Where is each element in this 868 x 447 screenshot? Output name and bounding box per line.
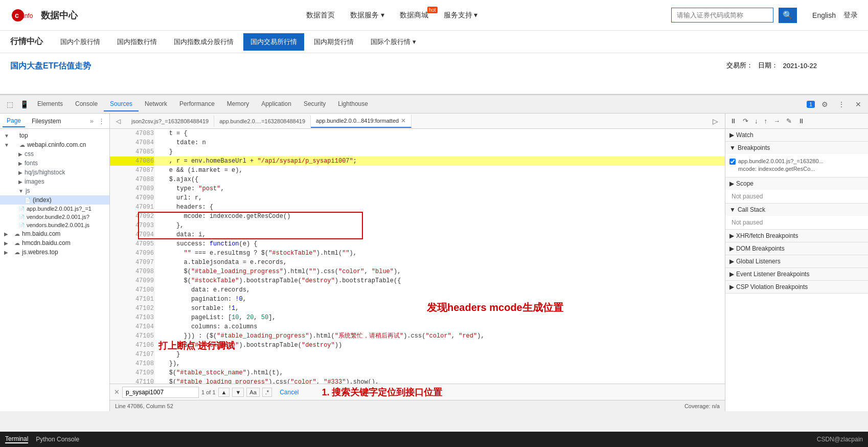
tab-console[interactable]: Console bbox=[69, 97, 104, 111]
tree-item-fonts[interactable]: ▶ fonts bbox=[0, 159, 109, 168]
nav-data-service[interactable]: 数据服务 ▾ bbox=[350, 11, 384, 20]
file-tree-options-btn[interactable]: ⋮ bbox=[96, 117, 107, 125]
breakpoint-checkbox[interactable] bbox=[729, 159, 736, 165]
tree-item-vendor-bundle[interactable]: 📄 vendor.bundle2.0.001.js? bbox=[0, 213, 109, 221]
tree-item-app-bundle[interactable]: 📄 app.bundle2.0.001.js?_=1 bbox=[0, 205, 109, 213]
search-button[interactable]: 🔍 bbox=[779, 8, 797, 23]
tree-item-js[interactable]: ▼ js bbox=[0, 186, 109, 195]
search-cancel-btn[interactable]: Cancel bbox=[280, 389, 299, 396]
tab-performance[interactable]: Performance bbox=[173, 97, 221, 111]
nav-service-support[interactable]: 服务支持 ▾ bbox=[444, 11, 478, 20]
tree-item-css[interactable]: ▶ css bbox=[0, 149, 109, 159]
tab-application[interactable]: Application bbox=[255, 97, 298, 111]
search-next-btn[interactable]: ▼ bbox=[232, 388, 244, 397]
page-controls: 交易所： 日期： 2021-10-22 bbox=[726, 61, 817, 70]
watch-header[interactable]: ▶ Watch bbox=[725, 129, 868, 141]
sub-nav-domestic-index[interactable]: 国内指数行情 bbox=[110, 33, 164, 51]
site-header: c info 数据中心 数据首页 数据服务 ▾ 数据商城 hot 服务支持 ▾ … bbox=[0, 0, 868, 31]
editor-tabs: ◁ json2csv.js?_=1632808488419 app.bundle… bbox=[110, 114, 725, 129]
chevron-down-icon: ▼ bbox=[4, 142, 9, 148]
tree-item-images[interactable]: ▶ images bbox=[0, 177, 109, 186]
editor-search-input[interactable] bbox=[122, 387, 199, 398]
file-tree-tab-page[interactable]: Page bbox=[3, 115, 25, 127]
close-devtools-btn[interactable]: ✕ bbox=[851, 97, 865, 111]
dom-breakpoints-section: ▶ DOM Breakpoints bbox=[725, 242, 868, 255]
more-btn[interactable]: ⋮ bbox=[834, 97, 849, 111]
file-tree-tab-filesystem[interactable]: Filesystem bbox=[28, 116, 65, 127]
login-button[interactable]: 登录 bbox=[843, 11, 858, 20]
tree-item-hmcdn-baidu[interactable]: ▶ ☁ hmcdn.baidu.com bbox=[0, 238, 109, 248]
sub-nav-exchange[interactable]: 国内交易所行情 bbox=[243, 33, 304, 51]
tree-item-js-webres[interactable]: ▶ ☁ js.webres.top bbox=[0, 248, 109, 257]
language-selector[interactable]: English bbox=[812, 11, 836, 19]
xhr-header[interactable]: ▶ XHR/fetch Breakpoints bbox=[725, 230, 868, 242]
editor-tab-json2csv[interactable]: json2csv.js?_=1632808488419 bbox=[126, 116, 214, 127]
sub-nav-intl-stock[interactable]: 国际个股行情 ▾ bbox=[363, 33, 423, 51]
nav-data-mall[interactable]: 数据商城 hot bbox=[400, 11, 428, 20]
dom-breakpoints-header[interactable]: ▶ DOM Breakpoints bbox=[725, 242, 868, 255]
nav-data-home[interactable]: 数据首页 bbox=[306, 11, 335, 20]
pause-btn[interactable]: ⏸ bbox=[727, 116, 739, 126]
tree-item-hq-js[interactable]: ▶ hq/js/highstock bbox=[0, 168, 109, 177]
step-out-btn[interactable]: ↑ bbox=[762, 116, 770, 126]
logo-area: c info 数据中心 bbox=[10, 5, 112, 26]
breakpoints-section: ▼ Breakpoints app.bundle2.0.001.js?_=163… bbox=[725, 142, 868, 177]
sub-nav-index-component[interactable]: 国内指数成分股行情 bbox=[167, 33, 241, 51]
table-row: 47088 $.ajax({ bbox=[110, 175, 725, 184]
search-input[interactable] bbox=[671, 8, 773, 23]
inspect-element-btn[interactable]: ⬚ bbox=[3, 97, 17, 111]
cloud-icon: ☁ bbox=[14, 249, 20, 256]
code-area[interactable]: 47083 t = { 47084 tdate: n 47085 } bbox=[110, 129, 725, 384]
editor-tab-formatted[interactable]: app.bundle2.0.0...8419:formatted ✕ bbox=[311, 115, 412, 128]
editor-expand-btn[interactable]: ▷ bbox=[708, 114, 722, 128]
table-row: 47092 mcode: indexcode.getResCode() bbox=[110, 212, 725, 221]
close-tab-btn[interactable]: ✕ bbox=[401, 117, 406, 124]
sub-nav-futures[interactable]: 国内期货行情 bbox=[307, 33, 361, 51]
tab-memory[interactable]: Memory bbox=[221, 97, 255, 111]
scope-header[interactable]: ▶ Scope bbox=[725, 177, 868, 190]
search-prev-btn[interactable]: ▲ bbox=[218, 388, 230, 397]
csp-violation-header[interactable]: ▶ CSP Violation Breakpoints bbox=[725, 281, 868, 293]
list-item: app.bundle2.0.001.js?_=163280... mcode: … bbox=[729, 156, 864, 175]
taskbar-terminal[interactable]: Terminal bbox=[5, 435, 28, 443]
table-row: 47093 }, bbox=[110, 221, 725, 230]
console-badge: 1 bbox=[807, 101, 815, 108]
tab-network[interactable]: Network bbox=[139, 97, 173, 111]
tree-item-top[interactable]: ▼ top bbox=[0, 131, 109, 140]
global-listeners-header[interactable]: ▶ Global Listeners bbox=[725, 255, 868, 267]
settings-btn[interactable]: ⚙ bbox=[817, 97, 832, 111]
breakpoints-content: app.bundle2.0.001.js?_=163280... mcode: … bbox=[725, 154, 868, 177]
match-case-btn[interactable]: Aa bbox=[246, 388, 259, 397]
editor-status-bar: Line 47086, Column 52 Coverage: n/a bbox=[110, 400, 725, 411]
file-tree-more-btn[interactable]: » bbox=[90, 117, 94, 125]
device-toggle-btn[interactable]: 📱 bbox=[17, 97, 31, 111]
taskbar-python[interactable]: Python Console bbox=[36, 436, 79, 443]
tree-item-webapi[interactable]: ▼ ☁ webapi.cninfo.com.cn bbox=[0, 140, 109, 149]
tab-security[interactable]: Security bbox=[298, 97, 332, 111]
editor-nav-left-btn[interactable]: ◁ bbox=[111, 114, 125, 128]
table-row: 47090 url: r, bbox=[110, 193, 725, 203]
tab-sources[interactable]: Sources bbox=[104, 97, 139, 111]
tree-item-index[interactable]: 📄 (index) bbox=[0, 195, 109, 205]
chevron-right-icon: ▶ bbox=[729, 245, 734, 252]
more-pause-options-btn[interactable]: ⏸ bbox=[795, 116, 807, 126]
tab-lighthouse[interactable]: Lighthouse bbox=[332, 97, 374, 111]
breakpoints-header[interactable]: ▼ Breakpoints bbox=[725, 142, 868, 154]
tree-item-hm-baidu[interactable]: ▶ ☁ hm.baidu.com bbox=[0, 229, 109, 238]
call-stack-header[interactable]: ▼ Call Stack bbox=[725, 204, 868, 216]
chevron-down-icon: ▼ bbox=[4, 133, 9, 139]
event-listener-breakpoints-section: ▶ Event Listener Breakpoints bbox=[725, 268, 868, 281]
tab-elements[interactable]: Elements bbox=[31, 97, 69, 111]
event-listener-header[interactable]: ▶ Event Listener Breakpoints bbox=[725, 268, 868, 280]
chevron-right-icon: ▶ bbox=[4, 250, 8, 255]
xhr-section: ▶ XHR/fetch Breakpoints bbox=[725, 230, 868, 242]
step-over-btn[interactable]: ↷ bbox=[740, 116, 751, 126]
step-btn[interactable]: → bbox=[771, 116, 783, 126]
deactivate-breakpoints-btn[interactable]: ✎ bbox=[784, 116, 794, 126]
regex-btn[interactable]: .* bbox=[262, 388, 272, 397]
search-close-btn[interactable]: ✕ bbox=[114, 388, 120, 396]
step-into-btn[interactable]: ↓ bbox=[752, 116, 761, 126]
sub-nav-domestic-stock[interactable]: 国内个股行情 bbox=[53, 33, 107, 51]
tree-item-vendors-bundle[interactable]: 📄 vendors.bundle2.0.001.js bbox=[0, 221, 109, 229]
editor-tab-app-bundle[interactable]: app.bundle2.0....=1632808488419 bbox=[214, 116, 311, 127]
